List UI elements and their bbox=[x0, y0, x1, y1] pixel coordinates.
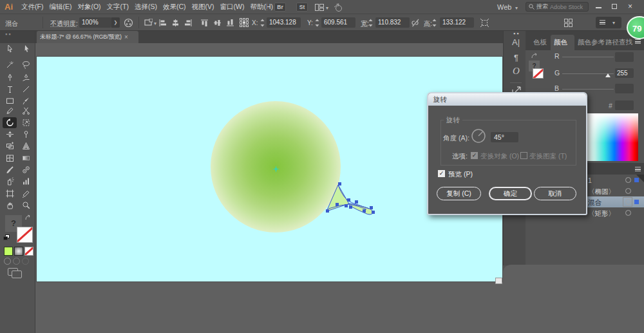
blend-tool[interactable] bbox=[19, 164, 33, 175]
align-center-v-icon[interactable] bbox=[213, 19, 222, 27]
selection-tool[interactable] bbox=[3, 43, 17, 54]
search-adobe-stock-input[interactable]: 搜索 Adobe Stock bbox=[526, 2, 589, 12]
g-value-input[interactable]: 255 bbox=[615, 68, 634, 78]
arrange-documents-icon[interactable] bbox=[315, 4, 324, 11]
gradient-tool[interactable] bbox=[19, 153, 33, 164]
menu-item-6[interactable]: 视图(V) bbox=[192, 3, 214, 12]
tab-color[interactable]: 颜色 bbox=[554, 38, 567, 47]
layer-target-icon[interactable] bbox=[625, 199, 631, 205]
slice-tool[interactable] bbox=[19, 188, 33, 199]
angle-dial-icon[interactable] bbox=[471, 128, 486, 144]
transform-pattern-checkbox[interactable] bbox=[520, 152, 527, 159]
stock-button[interactable]: St bbox=[296, 3, 308, 12]
cancel-button[interactable]: 取消 bbox=[534, 187, 576, 200]
ok-button[interactable]: 确定 bbox=[489, 187, 532, 200]
x-input[interactable]: 1043.128 bbox=[267, 17, 301, 28]
align-top-icon[interactable] bbox=[200, 19, 209, 27]
swap-fill-stroke-icon[interactable] bbox=[24, 214, 32, 221]
color-mode-swatch[interactable] bbox=[4, 247, 13, 256]
layer-target-icon[interactable] bbox=[625, 210, 631, 216]
hand-tool[interactable] bbox=[3, 200, 17, 211]
menu-item-3[interactable]: 文字(T) bbox=[107, 3, 129, 12]
direct-selection-tool[interactable] bbox=[19, 43, 33, 54]
toolbar-collapse-dots[interactable]: ▪▪ bbox=[5, 31, 12, 37]
stepper-icon[interactable] bbox=[432, 19, 437, 27]
opacity-input[interactable]: 100% bbox=[79, 17, 111, 28]
menu-item-5[interactable]: 效果(C) bbox=[163, 3, 186, 12]
rotate-tool[interactable] bbox=[3, 117, 17, 128]
transform-icon[interactable] bbox=[480, 18, 489, 28]
arrange-chevron-icon[interactable]: ▾ bbox=[326, 5, 328, 11]
angle-input[interactable]: 45° bbox=[491, 132, 518, 142]
b-slider[interactable] bbox=[562, 89, 614, 90]
dock-collapse-dots[interactable]: ▪▪ bbox=[513, 30, 520, 37]
color-swap-icon[interactable] bbox=[531, 53, 539, 59]
color-spectrum[interactable] bbox=[585, 113, 638, 161]
bridge-button[interactable]: Br bbox=[274, 3, 286, 12]
align-bottom-icon[interactable] bbox=[226, 19, 234, 27]
y-input[interactable]: 609.561 bbox=[321, 17, 355, 28]
tab-close-icon[interactable]: × bbox=[124, 33, 128, 41]
workspace-list-button[interactable]: ▾ bbox=[596, 17, 621, 28]
stepper-icon[interactable] bbox=[315, 19, 319, 27]
restore-button[interactable] bbox=[612, 4, 617, 9]
magic-wand-tool[interactable] bbox=[3, 59, 17, 70]
column-graph-tool[interactable] bbox=[19, 176, 33, 187]
workspace-switcher[interactable]: Web bbox=[497, 3, 511, 11]
type-tool[interactable] bbox=[3, 84, 17, 95]
tab-pathfinder[interactable]: 路径查找 bbox=[605, 38, 632, 47]
scissors-tool[interactable] bbox=[19, 105, 33, 116]
align-center-h-icon[interactable] bbox=[171, 19, 180, 27]
mesh-tool[interactable] bbox=[3, 153, 17, 164]
shape-builder-tool[interactable] bbox=[3, 140, 17, 151]
recolor-artwork-icon[interactable] bbox=[124, 18, 133, 28]
draw-inside-icon[interactable] bbox=[22, 258, 29, 265]
r-slider[interactable] bbox=[562, 57, 614, 57]
pen-tool[interactable] bbox=[3, 72, 17, 83]
workspace-chevron-icon[interactable]: ▾ bbox=[515, 5, 518, 11]
tab-swatches[interactable]: 色板 bbox=[533, 38, 547, 47]
shape-properties-icon[interactable] bbox=[144, 19, 153, 26]
menu-item-1[interactable]: 编辑(E) bbox=[49, 3, 71, 12]
reference-point-icon[interactable] bbox=[240, 18, 249, 27]
menu-item-0[interactable]: 文件(F) bbox=[21, 3, 43, 12]
b-value-input[interactable] bbox=[615, 84, 634, 93]
layer-target-icon[interactable] bbox=[625, 188, 631, 194]
draw-normal-icon[interactable] bbox=[4, 258, 11, 265]
selected-horn-object[interactable] bbox=[323, 181, 382, 218]
none-mode-swatch[interactable] bbox=[24, 247, 33, 256]
minimize-button[interactable] bbox=[596, 7, 601, 8]
menu-item-2[interactable]: 对象(O) bbox=[77, 3, 100, 12]
line-segment-tool[interactable] bbox=[19, 84, 33, 95]
panel-grid-icon[interactable] bbox=[564, 19, 573, 27]
opentype-panel-icon[interactable]: O bbox=[513, 66, 520, 77]
align-right-icon[interactable] bbox=[184, 19, 193, 27]
transform-object-checkbox[interactable]: ✓ bbox=[471, 152, 478, 159]
stepper-icon[interactable] bbox=[368, 19, 373, 27]
align-left-icon[interactable] bbox=[158, 19, 167, 27]
height-input[interactable]: 133.122 bbox=[440, 17, 474, 28]
width-input[interactable]: 110.832 bbox=[375, 17, 410, 28]
character-panel-icon[interactable]: A| bbox=[512, 37, 520, 47]
layer-target-icon[interactable] bbox=[625, 177, 631, 183]
draw-behind-icon[interactable] bbox=[13, 258, 20, 265]
paragraph-panel-icon[interactable]: ¶ bbox=[514, 53, 518, 62]
curvature-tool[interactable] bbox=[19, 72, 33, 83]
width-tool[interactable] bbox=[3, 129, 17, 140]
opacity-dropdown-icon[interactable]: ❯ bbox=[111, 17, 120, 28]
default-fill-stroke-icon[interactable] bbox=[3, 234, 10, 240]
lasso-tool[interactable] bbox=[19, 59, 33, 70]
stepper-icon[interactable] bbox=[260, 19, 265, 27]
free-transform-tool[interactable] bbox=[19, 117, 33, 128]
puppet-warp-tool[interactable] bbox=[19, 129, 33, 140]
menu-item-8[interactable]: 帮助(H) bbox=[251, 3, 274, 12]
g-slider-handle[interactable] bbox=[605, 73, 611, 77]
gradient-mode-swatch[interactable] bbox=[14, 247, 23, 256]
symbol-sprayer-tool[interactable] bbox=[3, 176, 17, 187]
menu-item-4[interactable]: 选择(S) bbox=[135, 3, 157, 12]
copy-button[interactable]: 复制 (C) bbox=[437, 187, 481, 200]
close-button[interactable]: × bbox=[628, 2, 632, 11]
link-dimensions-icon[interactable] bbox=[411, 19, 421, 27]
screen-mode-icon[interactable] bbox=[8, 268, 23, 280]
r-value-input[interactable] bbox=[615, 52, 634, 62]
